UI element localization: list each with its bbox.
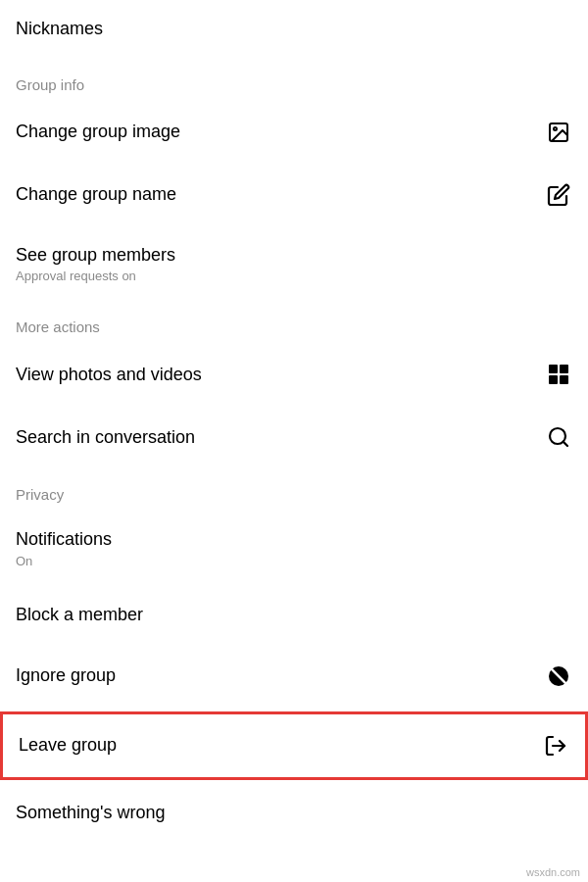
block-member-item[interactable]: Block a member (0, 586, 588, 645)
svg-point-1 (554, 127, 557, 130)
ignore-group-title: Ignore group (16, 664, 116, 687)
change-group-name-title: Change group name (16, 183, 176, 206)
view-photos-videos-title: View photos and videos (16, 364, 202, 386)
page-wrapper: Nicknames Group info Change group image … (0, 0, 588, 882)
search-in-conversation-item[interactable]: Search in conversation (0, 406, 588, 468)
svg-rect-5 (560, 375, 568, 384)
privacy-header: Privacy (0, 468, 588, 511)
menu-list: Nicknames Group info Change group image … (0, 0, 588, 843)
watermark: wsxdn.com (526, 866, 580, 878)
more-actions-header: More actions (0, 301, 588, 343)
image-icon (545, 119, 572, 146)
view-photos-videos-item[interactable]: View photos and videos (0, 343, 588, 406)
somethings-wrong-title: Something's wrong (16, 802, 166, 824)
block-member-title: Block a member (16, 604, 143, 626)
leave-group-title: Leave group (19, 734, 117, 757)
somethings-wrong-item[interactable]: Something's wrong (0, 784, 588, 843)
ignore-icon (545, 662, 572, 690)
gallery-icon (545, 361, 572, 388)
see-group-members-subtitle: Approval requests on (16, 269, 175, 283)
leave-icon (542, 732, 569, 760)
svg-rect-3 (560, 365, 568, 373)
search-icon (545, 423, 572, 451)
notifications-item[interactable]: Notifications On (0, 511, 588, 585)
nicknames-item[interactable]: Nicknames (0, 0, 588, 59)
change-group-name-item[interactable]: Change group name (0, 164, 588, 226)
nicknames-item-left: Nicknames (16, 18, 103, 40)
svg-line-7 (564, 442, 567, 446)
group-info-header: Group info (0, 59, 588, 101)
nicknames-title: Nicknames (16, 18, 103, 40)
edit-icon (545, 181, 572, 209)
search-in-conversation-title: Search in conversation (16, 426, 195, 449)
change-group-image-title: Change group image (16, 121, 180, 143)
ignore-group-item[interactable]: Ignore group (0, 645, 588, 708)
notifications-subtitle: On (16, 554, 112, 568)
notifications-title: Notifications (16, 528, 112, 551)
leave-group-item[interactable]: Leave group (0, 711, 588, 780)
svg-rect-4 (549, 375, 558, 384)
change-group-image-item[interactable]: Change group image (0, 101, 588, 164)
see-group-members-title: See group members (16, 244, 175, 267)
svg-rect-2 (549, 365, 558, 373)
see-group-members-item[interactable]: See group members Approval requests on (0, 226, 588, 301)
